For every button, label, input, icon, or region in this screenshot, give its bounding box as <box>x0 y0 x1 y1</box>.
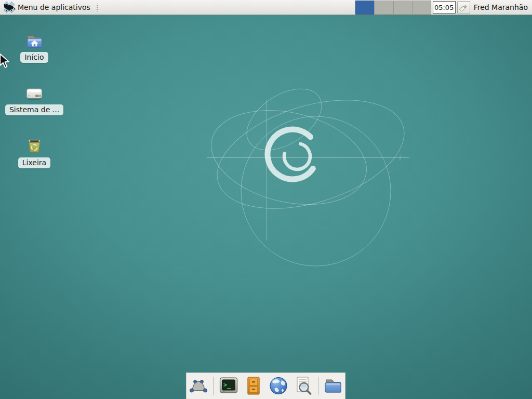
desktop-icon-label: Início <box>20 52 48 63</box>
desktop-icon-trash[interactable]: Lixeira <box>9 136 59 168</box>
search-document-icon <box>292 375 315 397</box>
usb-drive-icon <box>458 2 469 13</box>
file-cabinet-button[interactable] <box>242 374 265 398</box>
home-folder-icon <box>24 31 44 50</box>
folder-icon <box>322 375 344 397</box>
applications-menu-button[interactable]: Menu de aplicativos <box>0 0 94 15</box>
file-cabinet-icon <box>242 375 265 397</box>
panel-grabber-handle[interactable] <box>97 4 99 11</box>
desktop-icon-home[interactable]: Início <box>9 31 59 63</box>
workspace-3[interactable] <box>393 1 413 15</box>
terminal-prompt-glyph: >_ <box>223 381 231 389</box>
workspace-2[interactable] <box>374 1 393 15</box>
application-finder-button[interactable] <box>291 374 315 398</box>
desktop-icon-label: Sistema de ... <box>5 104 63 115</box>
applications-menu-label: Menu de aplicativos <box>18 3 90 11</box>
dock-separator <box>213 377 214 395</box>
workspace-1[interactable] <box>355 1 375 15</box>
trash-icon <box>24 136 44 155</box>
filesystem-drive-icon <box>24 83 44 102</box>
desktop[interactable]: Menu de aplicativos 05:05 Fred Maranhão <box>0 0 532 399</box>
debian-swirl <box>258 119 327 189</box>
show-desktop-button[interactable] <box>187 374 210 398</box>
removable-media-button[interactable] <box>457 1 470 14</box>
workspace-4[interactable] <box>412 1 431 15</box>
desktop-icon-filesystem[interactable]: Sistema de ... <box>9 83 59 115</box>
terminal-icon: >_ <box>217 375 240 397</box>
bottom-dock: >_ <box>186 373 345 399</box>
desktop-icon-label: Lixeira <box>18 157 50 168</box>
session-username[interactable]: Fred Maranhão <box>474 3 528 11</box>
workspace-switcher <box>355 1 431 15</box>
show-desktop-icon <box>187 375 210 397</box>
web-browser-globe-icon <box>267 375 290 397</box>
terminal-button[interactable]: >_ <box>217 374 240 398</box>
debian-wallpaper <box>0 0 532 399</box>
dock-separator <box>318 377 318 395</box>
file-manager-button[interactable] <box>322 374 345 398</box>
top-panel: Menu de aplicativos 05:05 Fred Maranhão <box>0 0 532 15</box>
web-browser-button[interactable] <box>267 374 290 398</box>
clock[interactable]: 05:05 <box>433 1 456 14</box>
xfce-logo-icon <box>3 1 16 14</box>
